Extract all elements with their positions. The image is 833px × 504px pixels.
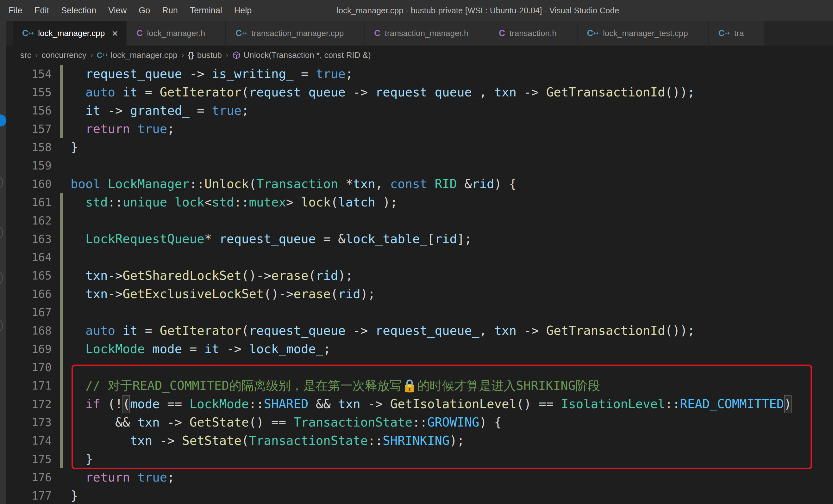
- code-token: GetIterator: [160, 85, 241, 99]
- code-token: rid: [435, 232, 457, 246]
- menu-selection[interactable]: Selection: [55, 6, 102, 16]
- code-line-162[interactable]: 162: [0, 211, 833, 230]
- code-line-157[interactable]: 157 return true;: [0, 120, 833, 138]
- tab-transaction_manager.cpp[interactable]: C++transaction_manager.cpp: [226, 21, 364, 46]
- code-token: ::: [412, 415, 427, 429]
- code-token: <: [205, 195, 212, 209]
- notification-badge: [0, 115, 6, 126]
- code-token: lock_table_: [346, 232, 427, 246]
- code-token: granted_: [130, 103, 190, 118]
- code-token: ->: [152, 433, 182, 448]
- line-content: it -> granted_ = true;: [71, 101, 249, 120]
- code-line-164[interactable]: 164: [0, 248, 833, 267]
- line-content: return true;: [71, 120, 175, 138]
- code-line-168[interactable]: 168 auto it = GetIterator(request_queue …: [0, 322, 833, 340]
- tab-lock_manager.cpp[interactable]: C++lock_manager.cpp×: [13, 21, 127, 46]
- code-line-176[interactable]: 176 return true;: [0, 468, 833, 487]
- code-token: [71, 324, 86, 338]
- code-token: [130, 122, 137, 136]
- code-line-155[interactable]: 155 auto it = GetIterator(request_queue …: [0, 83, 833, 101]
- code-token: request_queue_: [375, 85, 479, 99]
- code-line-167[interactable]: 167: [0, 303, 833, 322]
- code-token: return: [86, 122, 130, 136]
- code-token: = &: [316, 232, 346, 246]
- tab-transaction.h[interactable]: Ctransaction.h: [489, 21, 577, 46]
- code-line-163[interactable]: 163 LockRequestQueue* request_queue = &l…: [0, 230, 833, 248]
- code-token: TransactionState: [293, 415, 412, 429]
- code-token: =: [190, 103, 212, 118]
- menu-help[interactable]: Help: [228, 6, 258, 16]
- code-token: ,: [479, 85, 494, 99]
- line-content: txn->GetSharedLockSet()->erase(rid);: [71, 267, 353, 285]
- breadcrumb-item-Unlock[interactable]: Unlock(Transaction *, const RID &): [232, 50, 371, 60]
- line-number: 162: [0, 211, 52, 230]
- code-token: true: [137, 470, 167, 484]
- close-icon[interactable]: ×: [112, 28, 118, 39]
- line-content: }: [71, 450, 93, 468]
- code-line-171[interactable]: 171 // 对于READ_COMMITED的隔离级别，是在第一次释放写🔒的时候…: [0, 377, 833, 395]
- tab-tra[interactable]: C++tra: [709, 21, 765, 46]
- menu-run[interactable]: Run: [156, 6, 184, 16]
- code-line-165[interactable]: 165 txn->GetSharedLockSet()->erase(rid);: [0, 267, 833, 285]
- code-token: ;: [167, 122, 174, 136]
- code-line-170[interactable]: 170: [0, 358, 833, 377]
- code-token: [71, 397, 86, 411]
- breadcrumb-item-src[interactable]: src: [20, 50, 31, 60]
- code-line-177[interactable]: 177}: [0, 487, 833, 504]
- line-content: }: [71, 138, 78, 156]
- code-token: [71, 433, 130, 448]
- code-token: [: [427, 232, 434, 246]
- menu-view[interactable]: View: [102, 6, 133, 16]
- menu-file[interactable]: File: [2, 6, 28, 16]
- code-token: it: [122, 324, 137, 338]
- code-token: request_queue_: [375, 324, 479, 338]
- code-line-166[interactable]: 166 txn->GetExclusiveLockSet()->erase(ri…: [0, 285, 833, 303]
- line-number: 168: [0, 322, 52, 340]
- code-line-172[interactable]: 172 if (!(mode == LockMode::SHARED && tx…: [0, 395, 833, 413]
- tab-lock_manager.h[interactable]: Clock_manager.h: [127, 21, 226, 46]
- code-token: READ_COMMITTED: [680, 397, 784, 411]
- tab-lock_manager_test.cpp[interactable]: C++lock_manager_test.cpp: [578, 21, 709, 46]
- code-token: rid: [472, 177, 494, 191]
- code-token: );: [360, 287, 375, 301]
- code-token: }: [71, 452, 93, 466]
- line-number: 157: [0, 120, 52, 138]
- menu-terminal[interactable]: Terminal: [184, 6, 228, 16]
- code-line-161[interactable]: 161 std::unique_lock<std::mutex> lock(la…: [0, 193, 833, 211]
- code-line-158[interactable]: 158}: [0, 138, 833, 156]
- line-number: 164: [0, 248, 52, 267]
- code-editor[interactable]: 154 request_queue -> is_writing_ = true;…: [0, 65, 833, 504]
- code-line-154[interactable]: 154 request_queue -> is_writing_ = true;: [0, 65, 833, 83]
- code-token: txn: [494, 324, 516, 338]
- breadcrumb-item-bustub[interactable]: {}bustub: [188, 50, 222, 60]
- tab-transaction_manager.h[interactable]: Ctransaction_manager.h: [364, 21, 489, 46]
- matched-bracket: (: [122, 395, 130, 413]
- breadcrumb-label: concurrency: [42, 50, 87, 60]
- line-number: 177: [0, 487, 52, 504]
- code-line-159[interactable]: 159: [0, 156, 833, 175]
- code-token: }: [71, 140, 78, 154]
- code-token: [115, 324, 122, 338]
- code-token: LockRequestQueue: [86, 232, 205, 246]
- code-line-173[interactable]: 173 && txn -> GetState() == TransactionS…: [0, 413, 833, 432]
- code-token: mutex: [249, 195, 286, 209]
- code-line-156[interactable]: 156 it -> granted_ = true;: [0, 101, 833, 120]
- menu-edit[interactable]: Edit: [28, 6, 55, 16]
- breadcrumb-item-concurrency[interactable]: concurrency: [42, 50, 87, 60]
- code-line-174[interactable]: 174 txn -> SetState(TransactionState::SH…: [0, 432, 833, 450]
- code-token: ()->: [241, 269, 271, 283]
- code-line-160[interactable]: 160bool LockManager::Unlock(Transaction …: [0, 175, 833, 193]
- code-token: it: [86, 103, 100, 118]
- code-token: txn: [86, 287, 108, 301]
- breadcrumb: src›concurrency›C++lock_manager.cpp›{}bu…: [0, 46, 833, 65]
- code-token: =: [293, 67, 315, 81]
- menu-go[interactable]: Go: [133, 6, 156, 16]
- code-token: const: [390, 177, 427, 191]
- code-token: [71, 342, 86, 356]
- line-content: if (!(mode == LockMode::SHARED && txn ->…: [71, 395, 791, 413]
- code-line-175[interactable]: 175 }: [0, 450, 833, 468]
- menu-bar: FileEditSelectionViewGoRunTerminalHelp: [0, 6, 258, 16]
- breadcrumb-item-lock_manager.cpp[interactable]: C++lock_manager.cpp: [97, 50, 177, 60]
- code-token: &&: [71, 415, 137, 429]
- code-line-169[interactable]: 169 LockMode mode = it -> lock_mode_;: [0, 340, 833, 358]
